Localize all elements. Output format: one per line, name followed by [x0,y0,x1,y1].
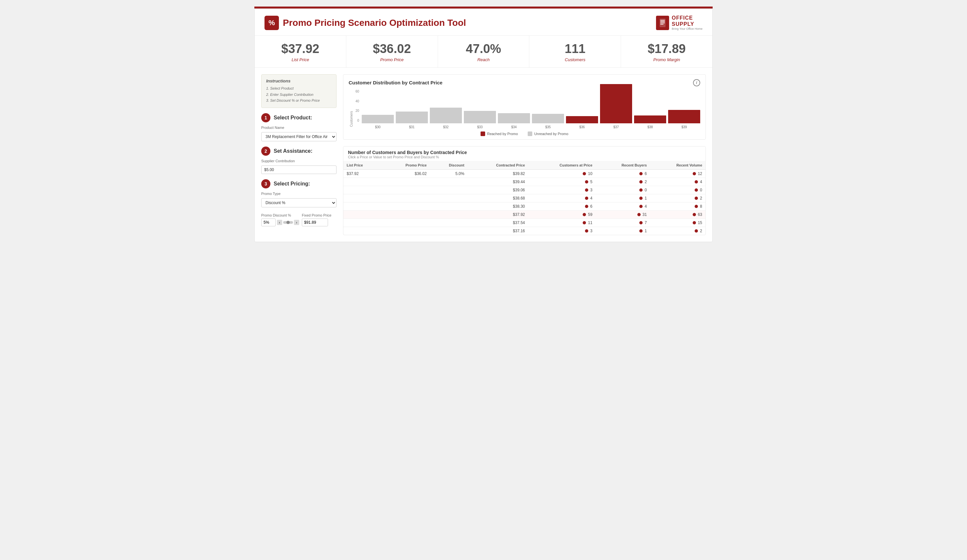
table-cell: 0 [596,186,650,194]
table-row[interactable]: $38.30648 [343,202,705,210]
legend-unreached-dot [528,132,532,136]
instructions-list: 1. Select Product 2. Enter Supplier Cont… [266,86,332,104]
header-left: % Promo Pricing Scenario Optimization To… [264,16,466,30]
table-cell: 5 [528,178,596,186]
table-cell [430,186,467,194]
bar-34 [498,113,530,124]
fixed-price-input[interactable] [302,219,328,226]
bar-x-label: $33 [477,125,483,129]
contribution-input[interactable] [261,166,337,174]
table-cell: 10 [528,170,596,178]
table-cell: $37.92 [467,210,528,219]
table-row[interactable]: $37.92$36.025.0%$39.8210612 [343,170,705,178]
table-cell: 1 [596,227,650,235]
bar-group[interactable]: $32 [430,108,462,129]
fixed-price-col: Fixed Promo Price [302,212,331,226]
bar-group[interactable]: $38 [634,115,666,129]
table-cell: 4 [596,202,650,210]
table-row[interactable]: $39.44524 [343,178,705,186]
product-name-label: Product Name [261,125,337,130]
col-volume: Recent Volume [650,161,705,170]
table-cell: 4 [528,194,596,202]
table-cell: $39.82 [467,170,528,178]
step1-header: 1 Select Product: [261,113,337,122]
contribution-label: Supplier Contribution [261,159,337,163]
bar-group[interactable]: $31 [396,112,428,129]
bar-group[interactable]: $39 [668,110,700,129]
bar-30 [362,115,394,124]
table-cell: 6 [596,170,650,178]
bar-group[interactable]: $34 [498,113,530,129]
bar-group[interactable]: $33 [464,111,496,129]
table-cell: 2 [596,178,650,186]
table-header-row: List Price Promo Price Discount Contract… [343,161,705,170]
chart-title: Customer Distribution by Contract Price [349,80,442,86]
y-label-40: 40 [355,99,359,103]
step2-header: 2 Set Assistance: [261,147,337,156]
instructions-box: Instructions 1. Select Product 2. Enter … [261,74,337,108]
col-buyers: Recent Buyers [596,161,650,170]
slider-indicator[interactable] [283,221,293,224]
promo-type-select[interactable]: Discount % [261,198,337,208]
bar-x-label: $39 [682,125,687,129]
table-subtitle: Click a Price or Value to set Promo Pric… [348,155,701,159]
chart-wrapper: 60 40 20 0 Customers $30$31$32$33$34$35$… [349,90,700,129]
table-cell [430,194,467,202]
logo: OFFICE SUPPLY Bring Your Office Home [656,15,703,31]
table-cell: $36.02 [382,170,430,178]
info-icon[interactable]: i [693,79,700,86]
discount-input[interactable] [261,219,276,226]
table-cell: $37.16 [467,227,528,235]
product-select[interactable]: 3M Replacement Filter for Office Air Cl.… [261,132,337,141]
table-cell: 2 [650,227,705,235]
table-cell: 4 [650,178,705,186]
bar-x-label: $36 [579,125,585,129]
table-cell [382,194,430,202]
bar-x-label: $38 [647,125,653,129]
kpi-customers-label: Customers [533,57,617,62]
decrease-button[interactable]: ‹ [277,220,282,225]
bar-group[interactable]: $37 [600,84,632,129]
table-cell [343,210,382,219]
table-cell: $37.54 [467,219,528,227]
right-panel: Customer Distribution by Contract Price … [343,74,706,235]
col-promo-price: Promo Price [382,161,430,170]
main-content: Instructions 1. Select Product 2. Enter … [255,68,712,242]
bar-x-label: $34 [512,125,517,129]
table-row[interactable]: $37.5411715 [343,219,705,227]
increase-button[interactable]: › [294,220,299,225]
legend-reached-label: Reached by Promo [487,132,518,136]
svg-rect-4 [660,24,663,25]
bar-group[interactable]: $30 [362,115,394,129]
table-cell [430,210,467,219]
table-cell: 11 [528,219,596,227]
svg-rect-2 [660,21,665,22]
table-row[interactable]: $37.92593163 [343,210,705,219]
chart-header: Customer Distribution by Contract Price … [349,79,700,86]
bar-33 [464,111,496,124]
legend-unreached-label: Unreached by Promo [534,132,568,136]
promo-controls: ‹ › [261,219,299,226]
bar-group[interactable]: $36 [566,116,598,129]
price-tag-icon: % [264,16,279,30]
chart-legend: Reached by Promo Unreached by Promo [349,132,700,136]
table-row[interactable]: $38.68412 [343,194,705,202]
kpi-reach: 47.0% Reach [438,36,530,68]
bar-group[interactable]: $35 [532,114,564,129]
table-cell: 1 [596,194,650,202]
data-table: List Price Promo Price Discount Contract… [343,161,705,235]
table-cell [430,227,467,235]
instruction-2: 2. Enter Supplier Contribution [266,92,332,98]
table-cell [430,202,467,210]
table-cell [382,186,430,194]
step3-title: Select Pricing: [274,181,310,187]
app-title: Promo Pricing Scenario Optimization Tool [283,18,466,28]
svg-rect-3 [660,23,665,23]
table-row[interactable]: $39.06300 [343,186,705,194]
kpi-promo-price-label: Promo Price [350,57,434,62]
step2-badge: 2 [261,147,271,156]
legend-unreached: Unreached by Promo [528,132,568,136]
table-cell: $39.06 [467,186,528,194]
step1-section: 1 Select Product: Product Name 3M Replac… [261,113,337,141]
table-row[interactable]: $37.16312 [343,227,705,235]
